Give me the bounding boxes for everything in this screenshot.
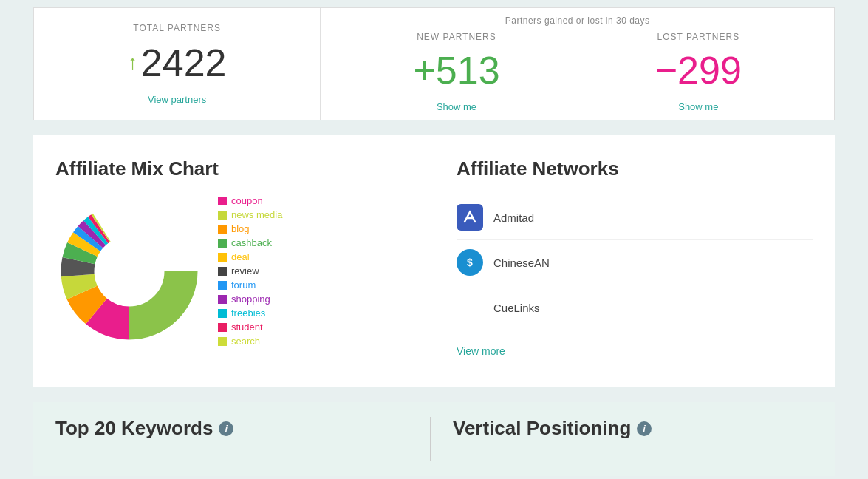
legend-color-dot (218, 281, 227, 290)
network-item: CueLinks (457, 285, 813, 330)
legend-item: cashback (218, 237, 282, 248)
legend-item: forum (218, 279, 282, 291)
chart-legend: couponnews mediablogcashbackdealreviewfo… (218, 195, 282, 347)
lost-partners-show-me-link[interactable]: Show me (678, 101, 718, 112)
vertical-title-row: Vertical Positioning i (453, 417, 813, 440)
chart-area: couponnews mediablogcashbackdealreviewfo… (55, 195, 411, 347)
legend-label-text: freebies (231, 308, 265, 319)
network-item: $ ChineseAN (457, 240, 813, 285)
legend-label-text: shopping (231, 293, 270, 305)
keywords-title: Top 20 Keywords (55, 417, 213, 440)
new-partners-block: NEW PARTNERS +513 Show me (413, 32, 499, 112)
donut-chart (55, 197, 203, 345)
partners-stats-row: NEW PARTNERS +513 Show me LOST PARTNERS … (335, 32, 819, 112)
network-name: Admitad (493, 211, 534, 224)
network-list: Admitad $ ChineseANCueLinks (457, 195, 813, 330)
partners-period-label: Partners gained or lost in 30 days (505, 16, 650, 26)
new-partners-value: +513 (413, 48, 499, 92)
legend-label-text: blog (231, 223, 250, 234)
affiliate-mix-title: Affiliate Mix Chart (55, 157, 411, 180)
legend-label-text: search (231, 336, 260, 347)
legend-label-text: deal (231, 251, 250, 262)
vertical-positioning-section: Vertical Positioning i (431, 417, 813, 461)
legend-color-dot (218, 211, 227, 220)
new-partners-show-me-link[interactable]: Show me (437, 101, 476, 112)
legend-item: coupon (218, 195, 282, 206)
affiliate-mix-section: Affiliate Mix Chart (33, 150, 434, 373)
stats-section: TOTAL PARTNERS ↑ 2422 View partners Part… (33, 7, 835, 120)
up-arrow-icon: ↑ (128, 52, 138, 73)
keywords-title-row: Top 20 Keywords i (55, 417, 415, 440)
partners-gained-section: Partners gained or lost in 30 days NEW P… (321, 8, 834, 120)
keywords-info-icon[interactable]: i (219, 421, 233, 436)
network-icon (457, 294, 483, 321)
keywords-section: Top 20 Keywords i (55, 417, 431, 461)
legend-label-text: student (231, 322, 263, 333)
legend-color-dot (218, 239, 227, 248)
legend-label-text: forum (231, 279, 256, 291)
network-name: CueLinks (493, 302, 540, 314)
legend-color-dot (218, 225, 227, 234)
total-partners-value-row: ↑ 2422 (128, 41, 227, 85)
legend-color-dot (218, 295, 227, 304)
legend-item: search (218, 336, 282, 347)
legend-color-dot (218, 309, 227, 318)
legend-color-dot (218, 197, 227, 205)
affiliate-networks-title: Affiliate Networks (457, 157, 813, 180)
lost-partners-label: LOST PARTNERS (657, 32, 739, 42)
view-partners-link[interactable]: View partners (148, 94, 206, 105)
legend-label-text: news media (231, 209, 282, 220)
vertical-info-icon[interactable]: i (637, 421, 652, 436)
network-icon: $ (457, 249, 483, 276)
total-partners-number: 2422 (141, 41, 227, 85)
legend-label-text: cashback (231, 237, 272, 248)
legend-item: shopping (218, 293, 282, 305)
legend-item: student (218, 322, 282, 333)
svg-point-12 (95, 237, 164, 306)
new-partners-label: NEW PARTNERS (417, 32, 496, 42)
legend-item: freebies (218, 308, 282, 319)
lost-partners-value: −299 (655, 48, 742, 92)
legend-color-dot (218, 253, 227, 262)
legend-item: news media (218, 209, 282, 220)
legend-item: review (218, 265, 282, 276)
bottom-section: Top 20 Keywords i Vertical Positioning i (33, 402, 835, 476)
legend-label-text: review (231, 265, 259, 276)
network-item: Admitad (457, 195, 813, 240)
legend-color-dot (218, 267, 227, 276)
legend-label-text: coupon (231, 195, 263, 206)
lost-partners-block: LOST PARTNERS −299 Show me (655, 32, 742, 112)
network-name: ChineseAN (493, 257, 550, 269)
svg-text:$: $ (467, 257, 473, 268)
legend-color-dot (218, 337, 227, 346)
vertical-title: Vertical Positioning (453, 417, 631, 440)
legend-item: deal (218, 251, 282, 262)
legend-item: blog (218, 223, 282, 234)
legend-color-dot (218, 323, 227, 332)
view-more-link[interactable]: View more (457, 345, 505, 357)
middle-section: Affiliate Mix Chart (33, 135, 835, 387)
total-partners-block: TOTAL PARTNERS ↑ 2422 View partners (34, 8, 321, 120)
network-icon (457, 204, 483, 231)
affiliate-networks-section: Affiliate Networks Admitad $ ChineseANCu… (434, 150, 835, 373)
total-partners-label: TOTAL PARTNERS (133, 23, 221, 33)
